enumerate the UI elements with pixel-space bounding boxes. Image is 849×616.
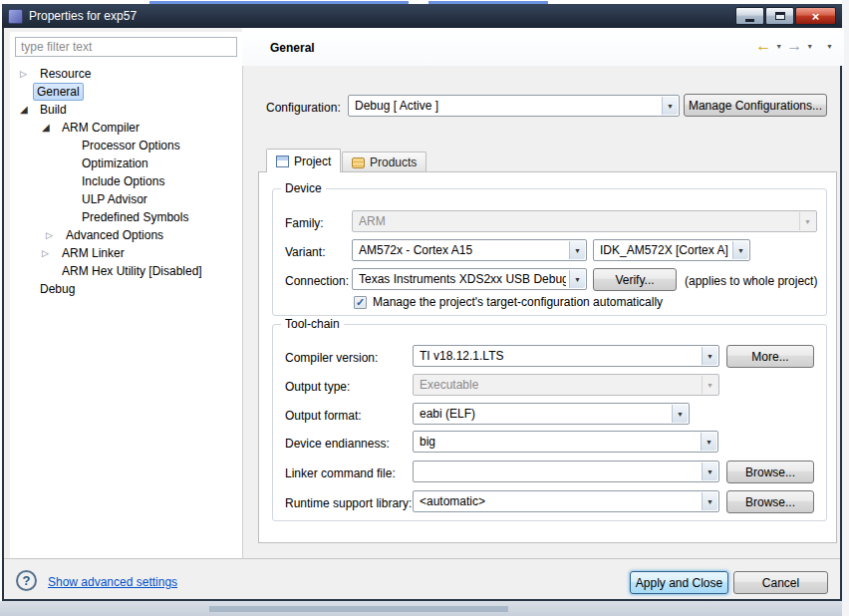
chevron-down-icon: ▼ — [702, 462, 717, 480]
device-group: Device Family: ARM ▼ Variant: AM572x - C… — [272, 188, 827, 316]
connection-label: Connection: — [285, 274, 349, 288]
chevron-right-icon[interactable]: ▷ — [46, 230, 62, 240]
chevron-right-icon[interactable]: ▷ — [42, 248, 58, 258]
runtime-browse-button[interactable]: Browse... — [726, 490, 814, 513]
sidebar-item-label: Resource — [36, 65, 95, 83]
chevron-down-icon: ▼ — [702, 376, 717, 394]
forward-arrow-icon[interactable]: → — [786, 38, 802, 54]
verify-label: Verify... — [615, 273, 654, 287]
titlebar[interactable]: Properties for exp57 × — [2, 4, 842, 28]
connection-select[interactable]: Texas Instruments XDS2xx USB Debug P ▼ — [352, 268, 587, 290]
tab-products[interactable]: Products — [342, 152, 426, 172]
checkbox-checked[interactable]: ✓ — [354, 296, 367, 309]
linker-command-file-label: Linker command file: — [285, 466, 396, 480]
nav-tools: ← ▼ → ▼ ▼ — [755, 38, 834, 54]
cancel-button[interactable]: Cancel — [733, 571, 828, 594]
project-tab-icon — [276, 155, 289, 167]
sidebar-item-ulp-advisor[interactable]: ULP Advisor — [10, 190, 241, 207]
sidebar-item-arm-hex-utility[interactable]: ARM Hex Utility [Disabled] — [10, 262, 241, 279]
toolchain-group-legend: Tool-chain — [281, 317, 344, 331]
verify-button[interactable]: Verify... — [593, 268, 677, 291]
help-button[interactable]: ? — [16, 570, 37, 591]
tab-label: Products — [370, 155, 417, 169]
device-endianness-select[interactable]: big ▼ — [413, 431, 718, 453]
output-format-select[interactable]: eabi (ELF) ▼ — [413, 403, 690, 425]
manage-configurations-button[interactable]: Manage Configurations... — [684, 94, 827, 117]
configuration-select[interactable]: Debug [ Active ] ▼ — [348, 95, 680, 117]
output-type-select[interactable]: Executable ▼ — [413, 374, 719, 396]
auto-target-config-checkbox-row: ✓ Manage the project's target-configurat… — [354, 295, 663, 309]
chevron-down-icon: ▼ — [672, 405, 688, 423]
sidebar-item-resource[interactable]: ▷ Resource — [10, 65, 241, 82]
linker-command-file-select[interactable]: ▼ — [413, 461, 719, 482]
show-advanced-settings-link[interactable]: Show advanced settings — [48, 575, 177, 589]
output-type-label: Output type: — [285, 380, 350, 394]
window-controls: × — [735, 7, 836, 25]
sidebar-item-label: Advanced Options — [62, 226, 167, 244]
sidebar-item-predefined-symbols[interactable]: Predefined Symbols — [10, 208, 241, 225]
runtime-support-library-label: Runtime support library: — [285, 496, 412, 510]
apply-and-close-label: Apply and Close — [636, 576, 722, 590]
sidebar-item-label: Predefined Symbols — [78, 208, 192, 226]
compiler-version-select[interactable]: TI v18.12.1.LTS ▼ — [413, 345, 719, 367]
sidebar-item-label: Include Options — [78, 172, 168, 190]
sidebar-item-processor-options[interactable]: Processor Options — [10, 137, 241, 154]
sidebar-item-general[interactable]: General — [10, 83, 241, 100]
page-title: General — [270, 41, 315, 55]
output-type-value: Executable — [420, 378, 478, 392]
linker-browse-button[interactable]: Browse... — [726, 461, 814, 483]
sidebar-item-optimization[interactable]: Optimization — [10, 154, 241, 171]
runtime-support-library-select[interactable]: <automatic> ▼ — [413, 490, 719, 512]
chevron-down-icon: ▼ — [662, 97, 678, 115]
cancel-label: Cancel — [762, 576, 799, 590]
more-button[interactable]: More... — [726, 345, 814, 368]
products-tab-icon — [352, 157, 365, 168]
chevron-down-icon: ▼ — [702, 347, 717, 365]
view-menu-icon[interactable]: ▼ — [825, 43, 834, 50]
help-icon: ? — [23, 573, 31, 588]
apply-and-close-button[interactable]: Apply and Close — [630, 571, 728, 594]
chevron-down-icon: ▼ — [732, 241, 748, 259]
tab-label: Project — [294, 154, 331, 168]
sidebar-item-build[interactable]: ◢ Build — [10, 101, 241, 118]
sidebar-item-label: ULP Advisor — [78, 190, 151, 208]
chevron-down-icon: ▼ — [701, 433, 716, 451]
maximize-button[interactable] — [765, 7, 794, 25]
properties-dialog: Properties for exp57 × ▷ Resource Genera… — [2, 4, 842, 601]
back-arrow-icon[interactable]: ← — [755, 38, 771, 54]
sidebar-item-include-options[interactable]: Include Options — [10, 172, 241, 189]
chevron-right-icon[interactable]: ▷ — [20, 69, 36, 79]
sidebar-item-label: ARM Linker — [58, 244, 129, 262]
background-bar — [209, 606, 508, 612]
sidebar-item-arm-compiler[interactable]: ◢ ARM Compiler — [10, 119, 241, 136]
sidebar-item-label: Processor Options — [78, 137, 184, 154]
properties-tree-panel: ▷ Resource General ◢ Build ◢ ARM Compile… — [10, 32, 243, 558]
sidebar-item-advanced-options[interactable]: ▷ Advanced Options — [10, 226, 241, 243]
configuration-value: Debug [ Active ] — [355, 99, 438, 113]
chevron-down-icon: ▼ — [569, 270, 585, 288]
board-select[interactable]: IDK_AM572X [Cortex A] ▼ — [593, 239, 750, 261]
family-label: Family: — [285, 216, 324, 230]
sidebar-item-debug[interactable]: Debug — [10, 280, 241, 297]
back-dropdown-icon[interactable]: ▼ — [774, 43, 783, 50]
tab-project[interactable]: Project — [266, 149, 341, 172]
family-select[interactable]: ARM ▼ — [352, 210, 817, 232]
applies-note: (applies to whole project) — [685, 274, 817, 288]
chevron-down-icon: ▼ — [569, 241, 585, 259]
check-icon: ✓ — [356, 297, 365, 307]
sidebar-item-label: ARM Compiler — [58, 119, 143, 137]
close-button[interactable]: × — [795, 7, 836, 25]
chevron-expanded-icon[interactable]: ◢ — [20, 104, 36, 115]
variant-select[interactable]: AM572x - Cortex A15 ▼ — [352, 239, 587, 261]
filter-input[interactable] — [15, 37, 237, 57]
chevron-down-icon: ▼ — [799, 212, 815, 230]
sidebar-item-arm-linker[interactable]: ▷ ARM Linker — [10, 244, 241, 261]
minimize-button[interactable] — [735, 7, 764, 25]
forward-dropdown-icon[interactable]: ▼ — [805, 43, 814, 50]
chevron-expanded-icon[interactable]: ◢ — [42, 122, 58, 133]
output-format-value: eabi (ELF) — [420, 407, 475, 421]
manage-configurations-label: Manage Configurations... — [689, 99, 822, 113]
connection-value: Texas Instruments XDS2xx USB Debug P — [359, 272, 566, 286]
board-value: IDK_AM572X [Cortex A] — [600, 243, 728, 257]
configuration-label: Configuration: — [266, 101, 341, 115]
